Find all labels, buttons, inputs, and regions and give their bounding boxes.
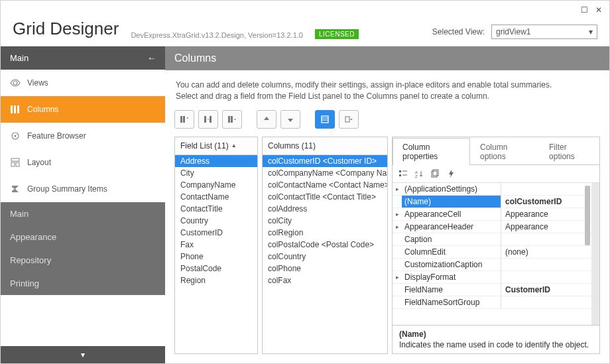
property-value[interactable]: Appearance (501, 208, 591, 220)
expand-icon[interactable]: ▸ (393, 208, 402, 220)
svg-rect-1 (14, 105, 16, 113)
sidebar-group-repository[interactable]: Repository (1, 249, 165, 272)
svg-rect-0 (11, 105, 13, 113)
sidebar-group-printing[interactable]: Printing (1, 272, 165, 295)
panels: Field List (11) ▲ AddressCityCompanyName… (174, 137, 600, 354)
expand-icon[interactable] (393, 296, 402, 308)
expand-icon[interactable] (393, 233, 402, 245)
property-row[interactable]: ▸DisplayFormat (393, 271, 591, 284)
svg-text:Z: Z (415, 174, 418, 178)
move-down-button[interactable] (280, 110, 300, 129)
sidebar-item-feature-browser[interactable]: Feature Browser (1, 123, 165, 149)
property-row[interactable]: (Name)colCustomerID (393, 196, 591, 208)
move-up-button[interactable] (257, 110, 276, 129)
property-value[interactable] (501, 271, 591, 283)
expand-icon[interactable] (393, 246, 402, 258)
property-value[interactable] (501, 183, 591, 195)
show-properties-button[interactable] (315, 110, 335, 129)
sidebar-header[interactable]: Main ← (1, 46, 165, 70)
property-pages-icon[interactable] (428, 168, 442, 180)
svg-rect-18 (399, 170, 401, 172)
events-icon[interactable] (444, 168, 457, 180)
column-list-item[interactable]: colCountry (263, 251, 387, 263)
scrollbar-thumb[interactable] (585, 186, 590, 245)
column-list-item[interactable]: colContactTitle <Contact Title> (263, 191, 387, 203)
expand-icon[interactable]: ▸ (393, 183, 402, 195)
column-list-item[interactable]: colCity (263, 215, 387, 227)
field-list-item[interactable]: PostalCode (175, 263, 257, 274)
add-column-button[interactable] (174, 110, 194, 129)
expand-icon[interactable] (393, 284, 402, 296)
property-row[interactable]: ▸AppearanceHeaderAppearance (393, 221, 591, 233)
expand-icon[interactable] (393, 196, 402, 208)
property-value[interactable] (501, 233, 591, 245)
property-value[interactable]: (none) (501, 246, 591, 258)
gear-icon (10, 131, 21, 141)
columns-header[interactable]: Columns (11) (263, 137, 387, 155)
property-value[interactable]: colCustomerID (501, 196, 591, 208)
collapse-icon[interactable]: ← (147, 53, 156, 63)
property-grid[interactable]: ▸(ApplicationSettings)(Name)colCustomerI… (393, 183, 599, 325)
alphabetical-icon[interactable]: AZ (412, 168, 426, 180)
property-value[interactable] (501, 296, 591, 308)
column-list-item[interactable]: colAddress (263, 203, 387, 215)
field-list-item[interactable]: Fax (175, 239, 257, 251)
property-row[interactable]: FieldNameCustomerID (393, 284, 591, 296)
sidebar-expand-button[interactable]: ▾ (1, 346, 165, 363)
field-list-item[interactable]: City (175, 167, 257, 179)
sidebar-item-layout[interactable]: Layout (1, 149, 165, 176)
sidebar-item-columns[interactable]: Columns (1, 96, 165, 123)
svg-point-4 (15, 135, 17, 137)
close-icon[interactable]: ✕ (595, 6, 603, 14)
sidebar-item-views[interactable]: Views (1, 70, 165, 96)
property-row[interactable]: FieldNameSortGroup (393, 296, 591, 309)
column-list-item[interactable]: colCustomerID <Customer ID> (263, 155, 387, 167)
retrieve-fields-button[interactable] (339, 110, 359, 129)
property-value[interactable]: CustomerID (501, 284, 591, 296)
expand-icon[interactable]: ▸ (393, 221, 402, 233)
maximize-icon[interactable]: ☐ (580, 6, 588, 14)
column-list-item[interactable]: colPhone (263, 263, 387, 274)
sidebar-group-main[interactable]: Main (1, 202, 165, 225)
body: Main ← Views Columns Feature Browser Lay… (1, 46, 609, 363)
field-list-title: Field List (11) (180, 141, 229, 151)
selected-view-dropdown[interactable]: gridView1 ▾ (491, 25, 597, 39)
column-list-item[interactable]: colContactName <Contact Name> (263, 179, 387, 191)
property-row[interactable]: ColumnEdit(none) (393, 246, 591, 259)
remove-column-button[interactable] (222, 110, 242, 129)
insert-column-button[interactable] (198, 110, 218, 129)
field-list[interactable]: AddressCityCompanyNameContactNameContact… (175, 155, 257, 353)
field-list-header[interactable]: Field List (11) ▲ (175, 137, 257, 155)
tab-filter-options[interactable]: Filter options (539, 138, 599, 165)
property-row[interactable]: ▸(ApplicationSettings) (393, 183, 591, 196)
sidebar-item-group-summary[interactable]: Group Summary Items (1, 176, 165, 202)
column-list-item[interactable]: colRegion (263, 227, 387, 239)
column-list-item[interactable]: colPostalCode <Postal Code> (263, 239, 387, 251)
license-badge: LICENSED (315, 29, 359, 39)
categorized-icon[interactable] (396, 168, 410, 180)
column-list-item[interactable]: colFax (263, 274, 387, 286)
field-list-item[interactable]: Region (175, 274, 257, 286)
sidebar-item-label: Layout (27, 158, 51, 167)
field-list-item[interactable]: Phone (175, 251, 257, 263)
field-list-item[interactable]: CustomerID (175, 227, 257, 239)
field-list-item[interactable]: ContactTitle (175, 203, 257, 215)
tab-column-properties[interactable]: Column properties (393, 138, 470, 165)
tab-column-options[interactable]: Column options (470, 138, 539, 165)
expand-icon[interactable] (393, 259, 402, 271)
sidebar-group-appearance[interactable]: Appearance (1, 225, 165, 249)
field-list-item[interactable]: ContactName (175, 191, 257, 203)
property-key: (ApplicationSettings) (402, 183, 501, 195)
property-row[interactable]: CustomizationCaption (393, 259, 591, 271)
property-value[interactable] (501, 259, 591, 271)
property-row[interactable]: Caption (393, 233, 591, 246)
property-value[interactable]: Appearance (501, 221, 591, 233)
field-list-item[interactable]: Country (175, 215, 257, 227)
property-row[interactable]: ▸AppearanceCellAppearance (393, 208, 591, 221)
selected-view-group: Selected View: gridView1 ▾ (432, 25, 597, 39)
field-list-item[interactable]: Address (175, 155, 257, 167)
field-list-item[interactable]: CompanyName (175, 179, 257, 191)
columns-list[interactable]: colCustomerID <Customer ID>colCompanyNam… (263, 155, 387, 353)
expand-icon[interactable]: ▸ (393, 271, 402, 283)
column-list-item[interactable]: colCompanyName <Company Name> (263, 167, 387, 179)
